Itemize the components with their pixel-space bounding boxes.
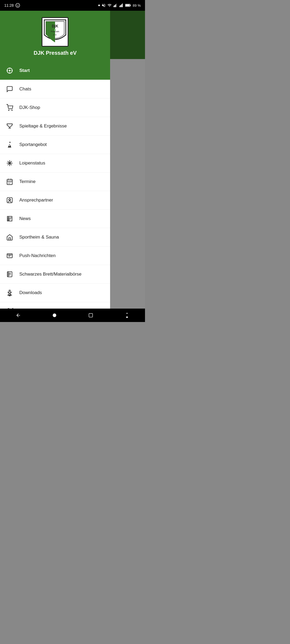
signal-icon	[113, 3, 118, 8]
battery-icon	[125, 3, 131, 7]
menu-label-ansprechpartner: Ansprechpartner	[19, 197, 53, 203]
svg-rect-8	[120, 5, 121, 7]
svg-text:e.V.: e.V.	[53, 34, 57, 36]
svg-point-56	[53, 313, 56, 317]
menu-item-start[interactable]: Start	[0, 61, 110, 80]
board-icon	[5, 270, 14, 279]
menu-label-spieltage: Spieltage & Ergebnisse	[19, 123, 67, 129]
menu-label-termine: Termine	[19, 179, 35, 184]
menu-item-sportheim[interactable]: Sportheim & Sauna	[0, 228, 110, 247]
face-icon	[15, 3, 20, 8]
menu-label-news: News	[19, 216, 31, 221]
mute-icon	[102, 3, 106, 8]
signal2-icon	[119, 3, 124, 8]
svg-point-31	[9, 163, 10, 164]
svg-point-43	[9, 199, 11, 201]
menu-item-downloads[interactable]: Downloads	[0, 284, 110, 302]
recents-button[interactable]	[84, 309, 97, 322]
sport-icon	[5, 140, 14, 149]
wifi-icon	[107, 3, 112, 8]
menu-item-sportangebot[interactable]: Sportangebot	[0, 136, 110, 154]
menu-item-loipenstatus[interactable]: Loipenstatus	[0, 154, 110, 173]
svg-point-17	[54, 29, 56, 31]
status-right: 89 %	[98, 3, 141, 8]
svg-rect-5	[115, 4, 116, 7]
svg-rect-57	[89, 313, 93, 317]
home-icon	[5, 233, 14, 241]
menu-label-schwarzesbrett: Schwarzes Brett/Materialbörse	[19, 272, 81, 277]
status-bar: 11:28	[0, 0, 145, 11]
chat-icon	[5, 85, 14, 93]
menu-item-schwarzesbrett[interactable]: Schwarzes Brett/Materialbörse	[0, 265, 110, 284]
news-icon	[5, 214, 14, 223]
time: 11:28	[4, 3, 14, 8]
menu-item-karte[interactable]: Karte	[0, 302, 110, 309]
accessibility-button[interactable]	[120, 309, 134, 322]
svg-rect-32	[7, 179, 12, 185]
menu-item-news[interactable]: News	[0, 210, 110, 228]
bottom-nav	[0, 309, 145, 322]
menu-label-sportangebot: Sportangebot	[19, 142, 47, 147]
svg-rect-7	[119, 6, 120, 7]
svg-point-2	[18, 5, 19, 5]
menu-label-loipenstatus: Loipenstatus	[19, 160, 45, 166]
svg-rect-45	[7, 254, 12, 258]
logo-svg: DjK Pressath e.V.	[43, 19, 67, 45]
push-icon	[5, 251, 14, 260]
svg-rect-3	[114, 6, 114, 7]
menu-label-djkshop: DJK-Shop	[19, 105, 40, 110]
svg-point-23	[12, 70, 13, 71]
battery-percent: 89 %	[133, 3, 141, 8]
menu-list: Start Chats DJK-Shop	[0, 61, 110, 309]
svg-point-1	[17, 5, 17, 5]
app-logo: DjK Pressath e.V.	[42, 17, 68, 47]
svg-point-25	[12, 110, 12, 111]
status-left: 11:28	[4, 3, 20, 8]
svg-point-19	[9, 70, 11, 72]
svg-point-0	[16, 3, 20, 8]
svg-text:DjK: DjK	[52, 24, 58, 28]
svg-point-24	[9, 110, 9, 111]
svg-rect-6	[116, 3, 117, 7]
svg-point-21	[9, 72, 10, 74]
home-button[interactable]	[48, 309, 61, 322]
svg-rect-4	[114, 5, 115, 7]
start-icon	[5, 66, 14, 75]
menu-item-pushnachrichten[interactable]: Push-Nachrichten	[0, 247, 110, 265]
svg-point-20	[9, 68, 10, 69]
snowflake-icon	[5, 159, 14, 167]
svg-rect-10	[122, 3, 123, 7]
menu-item-djkshop[interactable]: DJK-Shop	[0, 98, 110, 117]
menu-item-ansprechpartner[interactable]: Ansprechpartner	[0, 191, 110, 210]
svg-rect-44	[9, 238, 11, 240]
menu-item-termine[interactable]: Termine	[0, 173, 110, 191]
menu-label-sportheim: Sportheim & Sauna	[19, 235, 59, 240]
drawer-header: DjK Pressath e.V. DJK Pressath eV	[0, 11, 110, 61]
back-button[interactable]	[12, 309, 25, 322]
svg-rect-12	[130, 5, 131, 6]
dot-indicator	[98, 5, 100, 6]
svg-rect-9	[121, 4, 122, 7]
menu-label-chats: Chats	[19, 86, 31, 92]
download-icon	[5, 288, 14, 297]
menu-item-chats[interactable]: Chats	[0, 80, 110, 98]
trophy-icon	[5, 122, 14, 130]
calendar-icon	[5, 177, 14, 186]
svg-point-22	[7, 70, 8, 71]
menu-label-pushnachrichten: Push-Nachrichten	[19, 253, 56, 258]
drawer-app-name: DJK Pressath eV	[34, 50, 77, 56]
svg-rect-13	[126, 4, 130, 6]
navigation-drawer: DjK Pressath e.V. DJK Pressath eV	[0, 11, 110, 309]
svg-point-26	[9, 142, 10, 143]
menu-label-start: Start	[19, 68, 30, 73]
menu-label-downloads: Downloads	[19, 290, 42, 295]
contact-icon	[5, 196, 14, 204]
menu-item-spieltage[interactable]: Spieltage & Ergebnisse	[0, 117, 110, 136]
svg-point-58	[126, 313, 128, 314]
shop-icon	[5, 103, 14, 112]
